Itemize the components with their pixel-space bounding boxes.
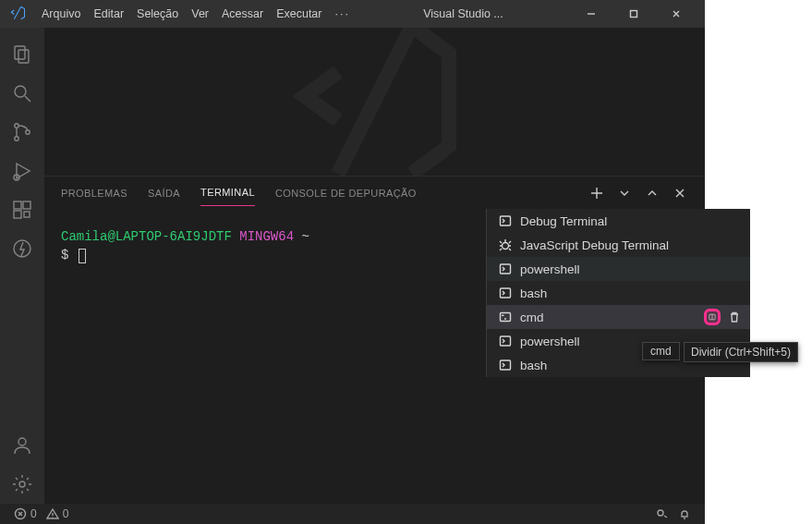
svg-rect-8 — [14, 201, 21, 209]
terminal-icon — [498, 286, 513, 300]
svg-point-16 — [503, 243, 509, 250]
terminal-profile-item-debug-terminal[interactable]: Debug Terminal — [487, 209, 750, 233]
terminal-profile-item-bash[interactable]: bash — [487, 281, 750, 305]
split-terminal-button[interactable] — [704, 309, 721, 325]
terminal-path: ~ — [301, 229, 309, 244]
error-icon — [14, 507, 27, 520]
run-debug-icon[interactable] — [0, 152, 44, 190]
trash-icon[interactable] — [726, 309, 743, 325]
editor-area — [44, 28, 705, 176]
window-controls — [570, 0, 697, 28]
accounts-icon[interactable] — [0, 426, 44, 465]
menu-selecao[interactable]: Seleção — [130, 7, 185, 20]
status-feedback-icon[interactable] — [651, 507, 673, 520]
terminal-profile-item-javascript-debug-terminal[interactable]: JavaScript Debug Terminal — [487, 233, 750, 257]
status-warnings-count: 0 — [63, 507, 69, 520]
svg-point-24 — [658, 510, 663, 516]
svg-rect-17 — [501, 264, 511, 274]
svg-rect-11 — [24, 212, 30, 217]
terminal-name-badge: cmd — [642, 342, 680, 360]
extensions-icon[interactable] — [0, 190, 44, 229]
svg-point-3 — [15, 86, 26, 97]
explorer-icon[interactable] — [0, 35, 44, 74]
close-panel-button[interactable] — [672, 185, 688, 201]
svg-point-13 — [18, 438, 26, 445]
svg-point-4 — [15, 124, 18, 128]
terminal-user: Camila@LAPTOP-6AI9JDTF — [61, 229, 232, 244]
svg-rect-0 — [631, 11, 637, 18]
panel-body: Camila@LAPTOP-6AI9JDTF MINGW64 ~ $ Debu — [44, 209, 705, 504]
maximize-button[interactable] — [612, 0, 655, 28]
terminal-icon — [498, 334, 513, 348]
terminal-icon — [498, 213, 513, 228]
svg-rect-18 — [501, 288, 511, 298]
panel-tabs: PROBLEMAS SAÍDA TERMINAL CONSOLE DE DEPU… — [44, 177, 705, 209]
terminal-icon — [498, 262, 513, 276]
chevron-up-icon[interactable] — [644, 185, 661, 201]
status-warnings[interactable]: 0 — [42, 507, 74, 520]
terminal-profile-label: JavaScript Debug Terminal — [520, 238, 743, 252]
terminal-item-actions — [704, 309, 743, 325]
panel-actions — [588, 185, 688, 201]
terminal-cursor — [79, 249, 86, 263]
svg-rect-9 — [23, 201, 30, 209]
menu-executar[interactable]: Executar — [270, 7, 328, 20]
vscode-window: Arquivo Editar Seleção Ver Acessar Execu… — [0, 0, 705, 524]
terminal-dropdown-chevron-icon[interactable] — [616, 185, 633, 201]
split-tooltip: Dividir (Ctrl+Shift+5) — [684, 342, 798, 362]
vscode-logo-icon — [9, 5, 26, 24]
terminal-profile-label: Debug Terminal — [520, 214, 743, 228]
menu-arquivo[interactable]: Arquivo — [35, 7, 87, 20]
menu-acessar[interactable]: Acessar — [215, 7, 270, 20]
svg-rect-15 — [501, 216, 511, 225]
bug-icon — [498, 238, 513, 252]
terminal-profile-label: powershell — [520, 262, 743, 276]
terminal-profile-item-cmd[interactable]: cmd — [487, 305, 750, 329]
terminal-icon — [498, 358, 513, 372]
menu-editar[interactable]: Editar — [87, 7, 130, 20]
status-bell-icon[interactable] — [673, 507, 696, 520]
status-bar: 0 0 — [0, 504, 705, 524]
warning-icon — [46, 507, 59, 520]
svg-rect-1 — [15, 46, 25, 59]
new-terminal-button[interactable] — [588, 185, 605, 201]
terminal-prompt: $ — [61, 248, 68, 262]
svg-rect-19 — [501, 313, 511, 322]
status-errors[interactable]: 0 — [9, 507, 42, 520]
search-icon[interactable] — [0, 74, 44, 113]
panel: PROBLEMAS SAÍDA TERMINAL CONSOLE DE DEPU… — [44, 176, 705, 504]
menu-ver[interactable]: Ver — [185, 7, 215, 20]
minimize-button[interactable] — [570, 0, 612, 28]
vscode-watermark-icon — [283, 28, 467, 176]
source-control-icon[interactable] — [0, 113, 44, 152]
svg-point-5 — [15, 137, 18, 140]
tab-debug-console[interactable]: CONSOLE DE DEPURAÇÃO — [275, 180, 417, 206]
tab-terminal[interactable]: TERMINAL — [200, 179, 255, 206]
svg-rect-2 — [18, 50, 29, 63]
menu-overflow-icon[interactable]: ··· — [329, 7, 357, 20]
svg-point-6 — [26, 130, 30, 134]
terminal-system: MINGW64 — [239, 229, 294, 244]
status-errors-count: 0 — [30, 507, 37, 520]
settings-gear-icon[interactable] — [0, 465, 44, 504]
tab-output[interactable]: SAÍDA — [148, 180, 180, 206]
svg-rect-22 — [501, 360, 511, 370]
tab-problems[interactable]: PROBLEMAS — [61, 180, 127, 206]
cmd-icon — [498, 310, 513, 324]
terminal-profile-label: cmd — [520, 311, 697, 324]
window-title: Visual Studio ... — [357, 7, 570, 20]
activity-bar — [0, 28, 44, 504]
power-icon[interactable] — [0, 229, 44, 268]
close-button[interactable] — [655, 0, 697, 28]
terminal-profile-item-powershell[interactable]: powershell — [487, 257, 750, 281]
svg-rect-21 — [501, 336, 511, 346]
svg-rect-10 — [14, 211, 21, 218]
titlebar: Arquivo Editar Seleção Ver Acessar Execu… — [0, 0, 705, 28]
svg-point-14 — [19, 481, 25, 487]
terminal-profile-label: bash — [520, 286, 743, 300]
